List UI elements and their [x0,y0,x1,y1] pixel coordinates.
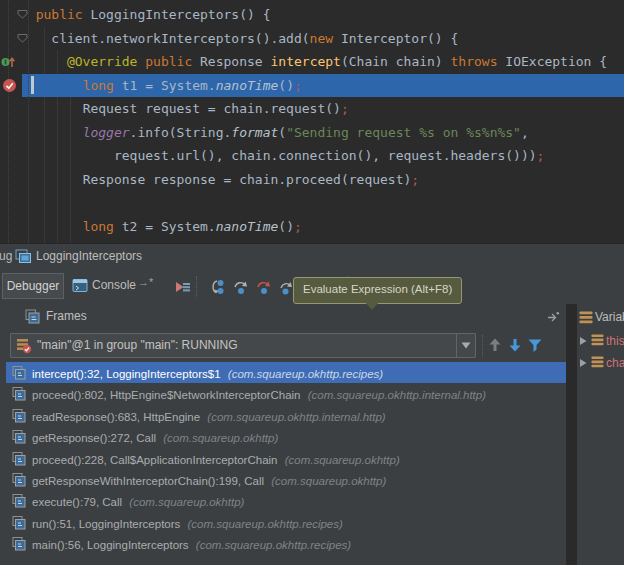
fold-marker-icon[interactable] [17,10,28,19]
debug-session-tab[interactable]: LoggingInterceptors [36,249,142,263]
frame-package: (com.squareup.okhttp.recipes) [196,539,351,551]
stack-frame-icon [12,473,26,487]
tool-window-title: Debug [0,249,12,263]
overriding-method-icon[interactable] [1,55,16,69]
breakpoint-icon[interactable] [2,78,17,93]
code-editor[interactable]: public LoggingInterceptors() { client.ne… [0,0,624,243]
frame-location: run():51, LoggingInterceptors [32,518,184,530]
frame-row[interactable]: proceed():228, Call$ApplicationIntercept… [6,448,566,469]
console-output-indicator-icon: →* [138,276,153,288]
variable-row[interactable]: this [577,329,624,351]
expand-arrow-icon[interactable] [578,336,588,346]
fold-marker-icon[interactable] [17,34,28,43]
frame-location: intercept():32, LoggingInterceptors$1 [32,368,224,380]
frame-package: (com.squareup.okhttp) [129,496,244,508]
variables-title: Variables [595,310,624,324]
step-over-icon[interactable] [209,279,226,295]
code-line: @Override public Response intercept(Chai… [0,50,624,74]
thread-selector-value: "main"@1 in group "main": RUNNING [37,338,238,352]
frames-icon [25,309,40,324]
tab-debugger[interactable]: Debugger [2,273,64,299]
debug-tool-window: Debug LoggingInterceptors Debugger Conso… [0,243,624,565]
frame-package: (com.squareup.okhttp.internal.http) [207,411,385,423]
frame-package: (com.squareup.okhttp.recipes) [188,518,343,530]
code-lines: public LoggingInterceptors() { client.ne… [0,3,624,243]
variables-list: this chain [577,329,624,373]
frame-location: proceed():802, HttpEngine$NetworkInterce… [32,389,304,401]
tool-window-header: Debug LoggingInterceptors [0,244,624,270]
hide-panel-icon[interactable] [546,311,560,323]
frame-location: main():56, LoggingInterceptors [32,539,192,551]
force-step-into-icon[interactable] [256,279,273,295]
frame-row[interactable]: getResponseWithInterceptorChain():199, C… [6,469,566,490]
code-line: public LoggingInterceptors() { [0,3,624,27]
code-line: Request request = chain.request(); [0,97,624,121]
frame-row[interactable]: run():51, LoggingInterceptors (com.squar… [6,512,566,533]
filter-frames-icon[interactable] [527,337,543,353]
show-execution-point-icon[interactable] [174,279,191,295]
debugger-toolbar: Debugger Console →* [0,270,624,304]
thread-dropdown-arrow[interactable] [456,334,475,357]
variable-name: this [606,334,624,348]
frame-row[interactable]: readResponse():683, HttpEngine (com.squa… [6,405,566,426]
panel-splitter[interactable] [566,304,577,565]
frame-location: getResponse():272, Call [32,432,159,444]
expand-arrow-icon[interactable] [578,358,588,368]
variables-icon [579,311,593,324]
next-frame-button[interactable] [507,337,523,353]
frame-row[interactable]: execute():79, Call (com.squareup.okhttp) [6,490,566,511]
code-line: client.networkInterceptors().add(new Int… [0,27,624,51]
frame-location: execute():79, Call [32,496,125,508]
stack-frame-icon [12,516,26,530]
frames-header: Frames [0,304,566,330]
variable-row[interactable]: chain [577,351,624,373]
frame-location: readResponse():683, HttpEngine [32,411,203,423]
code-line: logger.info(String.format("Sending reque… [0,121,624,145]
frame-row[interactable]: proceed():802, HttpEngine$NetworkInterce… [6,383,566,404]
frame-location: proceed():228, Call$ApplicationIntercept… [32,454,281,466]
debug-session-icon [15,249,32,264]
stack-frame-icon [12,452,26,466]
variable-name: chain [606,356,624,370]
toolbar-separator [196,276,197,298]
code-line [0,191,624,215]
toolbar-separator [482,335,483,357]
stack-frame-icon [12,430,26,444]
tooltip-pointer [364,301,380,310]
frame-row[interactable]: getResponse():272, Call (com.squareup.ok… [6,426,566,447]
code-line: Response response = chain.proceed(reques… [0,168,624,192]
frame-package: (com.squareup.okhttp.internal.http) [308,389,486,401]
ide-debug-view: public LoggingInterceptors() { client.ne… [0,0,624,565]
variable-icon [591,334,604,346]
frame-row[interactable]: main():56, LoggingInterceptors (com.squa… [6,533,566,554]
code-line: long t2 = System.nanoTime(); [0,215,624,239]
frames-panel: Frames "main"@1 in group "main": RUNNING [0,304,566,565]
tooltip: Evaluate Expression (Alt+F8) [293,277,462,304]
frame-package: (com.squareup.okhttp) [285,454,400,466]
frame-row[interactable]: intercept():32, LoggingInterceptors$1 (c… [6,362,566,383]
console-icon [72,278,88,293]
code-line: request.url(), chain.connection(), reque… [0,144,624,168]
frame-package: (com.squareup.okhttp) [271,475,386,487]
variables-panel: Variables this chain [577,304,624,565]
frame-package: (com.squareup.okhttp.recipes) [228,368,383,380]
stack-frame-icon [12,409,26,423]
frames-title: Frames [46,309,87,323]
thread-suspended-icon [16,338,32,354]
stack-frame-icon [12,366,26,380]
step-into-icon[interactable] [233,279,250,295]
tab-console[interactable]: Console →* [70,273,162,299]
stack-frame-icon [12,494,26,508]
frame-package: (com.squareup.okhttp) [163,432,278,444]
chevron-down-icon [460,340,472,350]
stack-frame-icon [12,537,26,551]
stack-frame-icon [12,387,26,401]
console-tab-label: Console [92,278,136,292]
thread-selector-dropdown[interactable]: "main"@1 in group "main": RUNNING [10,333,476,358]
variable-icon [591,356,604,368]
previous-frame-button[interactable] [487,337,503,353]
code-line: long t1 = System.nanoTime(); [0,74,624,98]
frame-location: getResponseWithInterceptorChain():199, C… [32,475,267,487]
frames-list: intercept():32, LoggingInterceptors$1 (c… [0,362,566,555]
